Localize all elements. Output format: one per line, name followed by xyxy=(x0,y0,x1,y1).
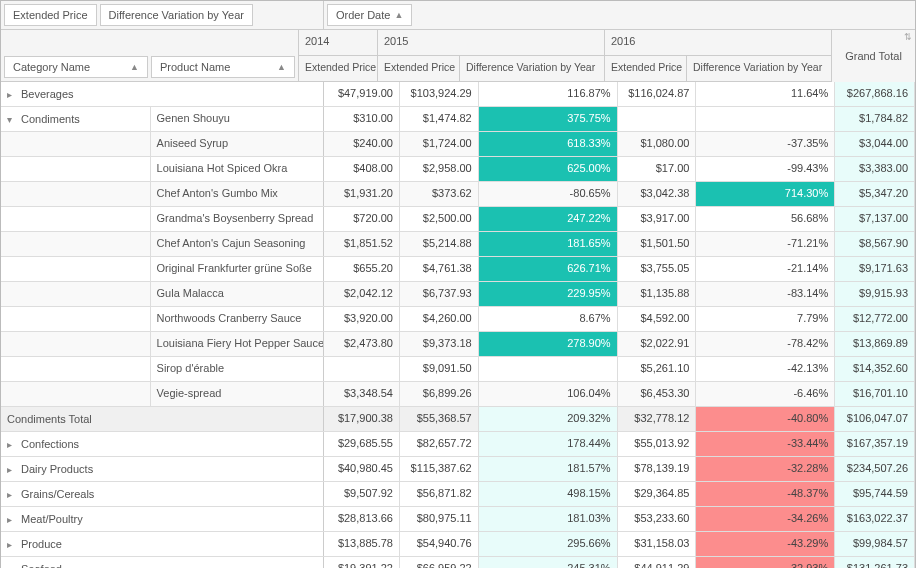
cell-value: $6,737.93 xyxy=(400,282,479,306)
cell-value: $1,080.00 xyxy=(618,132,697,156)
category-row-seafood[interactable]: ▸Seafood $19,391.22 $66,959.22 245.31% $… xyxy=(1,557,915,568)
cell-value: $9,091.50 xyxy=(400,357,479,381)
cell-value: 56.68% xyxy=(696,207,835,231)
cell-value: 245.31% xyxy=(479,557,618,568)
category-row-meat[interactable]: ▸Meat/Poultry $28,813.66 $80,975.11 181.… xyxy=(1,507,915,532)
column-field-order-date[interactable]: Order Date ▲ xyxy=(327,4,412,26)
cell-value: $4,761.38 xyxy=(400,257,479,281)
cell-value: $408.00 xyxy=(324,157,400,181)
cell-grand-total: $8,567.90 xyxy=(835,232,915,256)
sub-header-diff-2016[interactable]: Difference Variation by Year xyxy=(687,56,832,81)
cell-value: 181.03% xyxy=(479,507,618,531)
sub-header-ep-2014[interactable]: Extended Price xyxy=(299,56,378,81)
product-row[interactable]: Louisiana Hot Spiced Okra $408.00 $2,958… xyxy=(1,157,915,182)
cell-value: $44,911.29 xyxy=(618,557,697,568)
category-row-produce[interactable]: ▸Produce $13,885.78 $54,940.76 295.66% $… xyxy=(1,532,915,557)
product-row[interactable]: Grandma's Boysenberry Spread $720.00 $2,… xyxy=(1,207,915,232)
cell-value: $40,980.45 xyxy=(324,457,400,481)
category-label: Produce xyxy=(21,538,62,550)
expand-icon[interactable]: ▸ xyxy=(7,564,17,569)
cell-value: $66,959.22 xyxy=(400,557,479,568)
sub-header-diff-2015[interactable]: Difference Variation by Year xyxy=(460,56,605,81)
cell-value: -83.14% xyxy=(696,282,835,306)
product-row[interactable]: Aniseed Syrup $240.00 $1,724.00 618.33% … xyxy=(1,132,915,157)
cell-grand-total: $167,357.19 xyxy=(835,432,915,456)
cell-value: $655.20 xyxy=(324,257,400,281)
expand-icon[interactable]: ▸ xyxy=(7,489,17,500)
category-row-beverages[interactable]: ▸Beverages $47,919.00 $103,924.29 116.87… xyxy=(1,82,915,107)
category-row-dairy[interactable]: ▸Dairy Products $40,980.45 $115,387.62 1… xyxy=(1,457,915,482)
category-row-grains[interactable]: ▸Grains/Cereals $9,507.92 $56,871.82 498… xyxy=(1,482,915,507)
cell-value: $1,851.52 xyxy=(324,232,400,256)
column-fields-area: Order Date ▲ xyxy=(324,1,915,29)
product-row[interactable]: Northwoods Cranberry Sauce $3,920.00 $4,… xyxy=(1,307,915,332)
row-field-category[interactable]: Category Name ▲ xyxy=(4,56,148,78)
cell-value xyxy=(479,357,618,381)
cell-value: 181.65% xyxy=(479,232,618,256)
cell-value xyxy=(696,107,835,131)
category-total-row[interactable]: Condiments Total $17,900.38 $55,368.57 2… xyxy=(1,407,915,432)
year-header-2014[interactable]: 2014 xyxy=(299,30,378,55)
total-label: Condiments Total xyxy=(1,407,323,431)
category-label: Confections xyxy=(21,438,79,450)
year-header-2015[interactable]: 2015 xyxy=(378,30,605,55)
cell-value: 181.57% xyxy=(479,457,618,481)
cell-value: -80.65% xyxy=(479,182,618,206)
cell-value: $9,507.92 xyxy=(324,482,400,506)
cell-value: $32,778.12 xyxy=(618,407,697,431)
expand-icon[interactable]: ▸ xyxy=(7,514,17,525)
cell-value: 247.22% xyxy=(479,207,618,231)
cell-value: $47,919.00 xyxy=(324,82,400,106)
product-row[interactable]: Louisiana Fiery Hot Pepper Sauce $2,473.… xyxy=(1,332,915,357)
cell-value: $2,500.00 xyxy=(400,207,479,231)
data-field-extended-price[interactable]: Extended Price xyxy=(4,4,97,26)
sort-asc-icon: ▲ xyxy=(130,62,139,72)
product-row[interactable]: Gula Malacca $2,042.12 $6,737.93 229.95%… xyxy=(1,282,915,307)
cell-value: 7.79% xyxy=(696,307,835,331)
cell-grand-total: $13,869.89 xyxy=(835,332,915,356)
year-header-2016[interactable]: 2016 xyxy=(605,30,832,55)
product-row[interactable]: Sirop d'érable $9,091.50 $5,261.10 -42.1… xyxy=(1,357,915,382)
cell-value: $5,214.88 xyxy=(400,232,479,256)
cell-value: 178.44% xyxy=(479,432,618,456)
cell-value: 498.15% xyxy=(479,482,618,506)
cell-value: 618.33% xyxy=(479,132,618,156)
product-row[interactable]: Vegie-spread $3,348.54 $6,899.26 106.04%… xyxy=(1,382,915,407)
expand-icon[interactable]: ▸ xyxy=(7,539,17,550)
cell-value: $6,453.30 xyxy=(618,382,697,406)
cell-value: $31,158.03 xyxy=(618,532,697,556)
grand-total-header[interactable]: ⇅ Grand Total xyxy=(832,30,915,82)
cell-value: $55,013.92 xyxy=(618,432,697,456)
cell-value: $116,024.87 xyxy=(618,82,697,106)
cell-value: $103,924.29 xyxy=(400,82,479,106)
product-row[interactable]: Chef Anton's Gumbo Mix $1,931.20 $373.62… xyxy=(1,182,915,207)
cell-value: $5,261.10 xyxy=(618,357,697,381)
data-field-diff-var[interactable]: Difference Variation by Year xyxy=(100,4,253,26)
cell-value: $82,657.72 xyxy=(400,432,479,456)
sub-header-ep-2016[interactable]: Extended Price xyxy=(605,56,687,81)
cell-value: $6,899.26 xyxy=(400,382,479,406)
product-label: Genen Shouyu xyxy=(151,107,323,131)
category-label: Condiments xyxy=(21,113,80,125)
product-row[interactable]: Chef Anton's Cajun Seasoning $1,851.52 $… xyxy=(1,232,915,257)
category-row-confections[interactable]: ▸Confections $29,685.55 $82,657.72 178.4… xyxy=(1,432,915,457)
cell-value: $3,755.05 xyxy=(618,257,697,281)
collapse-icon[interactable]: ▾ xyxy=(7,114,17,125)
row-field-product[interactable]: Product Name ▲ xyxy=(151,56,295,78)
cell-grand-total: $5,347.20 xyxy=(835,182,915,206)
field-label: Extended Price xyxy=(13,9,88,21)
product-label: Grandma's Boysenberry Spread xyxy=(151,207,323,231)
cell-grand-total: $14,352.60 xyxy=(835,357,915,381)
expand-icon[interactable]: ▸ xyxy=(7,439,17,450)
sub-header-ep-2015[interactable]: Extended Price xyxy=(378,56,460,81)
expand-icon[interactable]: ▸ xyxy=(7,464,17,475)
cell-value: 278.90% xyxy=(479,332,618,356)
cell-value: -32.28% xyxy=(696,457,835,481)
cell-value: $2,042.12 xyxy=(324,282,400,306)
cell-value: 106.04% xyxy=(479,382,618,406)
cell-value: -40.80% xyxy=(696,407,835,431)
product-row[interactable]: ▾Condiments Genen Shouyu $310.00 $1,474.… xyxy=(1,107,915,132)
field-label: Order Date xyxy=(336,9,390,21)
expand-icon[interactable]: ▸ xyxy=(7,89,17,100)
product-row[interactable]: Original Frankfurter grüne Soße $655.20 … xyxy=(1,257,915,282)
